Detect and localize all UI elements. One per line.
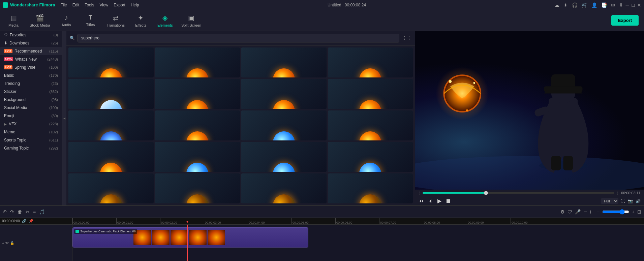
- progress-bar[interactable]: [423, 192, 615, 194]
- close-button[interactable]: ✕: [637, 2, 641, 8]
- shield-icon[interactable]: 🛡: [568, 209, 572, 215]
- grid-item[interactable]: ⬇ Superheroes Cinematic ...: [68, 173, 154, 203]
- fullscreen-icon[interactable]: ⛶: [621, 199, 625, 203]
- menu-view[interactable]: View: [99, 3, 108, 7]
- mail-icon[interactable]: ✉: [611, 2, 615, 8]
- maximize-button[interactable]: □: [632, 2, 635, 8]
- zoom-slider[interactable]: [602, 209, 629, 215]
- grid-item[interactable]: ⬇ Superheroes Cinematic ...: [68, 47, 154, 77]
- play-button[interactable]: ▶: [437, 198, 441, 204]
- sidebar-item-emoji[interactable]: Emoji (80): [0, 112, 62, 120]
- grid-item[interactable]: ⬇ Superheroes Cinematic ...: [328, 79, 413, 109]
- grid-item[interactable]: ⬇ Superheroes Cinematic ...: [241, 47, 327, 77]
- sidebar-item-sticker[interactable]: Sticker (362): [0, 88, 62, 96]
- tool-audio[interactable]: ♪ Audio: [58, 14, 74, 27]
- grid-item[interactable]: ⬇ Superheroes Cinematic ...: [241, 173, 327, 203]
- ripple-icon[interactable]: ⊢: [590, 209, 594, 215]
- undo-button[interactable]: ↶: [3, 209, 7, 215]
- cloud-icon[interactable]: ☁: [555, 2, 559, 8]
- sidebar-item-background[interactable]: Background (98): [0, 96, 62, 104]
- volume-icon[interactable]: 🔊: [636, 199, 641, 203]
- screenshot-icon[interactable]: 📷: [628, 199, 633, 203]
- track-add-icon[interactable]: +: [2, 241, 4, 245]
- sidebar-item-springvibe[interactable]: HOT Spring Vibe (100): [0, 63, 62, 71]
- stop-button[interactable]: ⏹: [446, 198, 451, 204]
- audio-tool-icon[interactable]: 🎵: [39, 209, 45, 215]
- sidebar-item-vfx[interactable]: ▶ VFX (228): [0, 120, 62, 128]
- headphone-icon[interactable]: 🎧: [572, 2, 578, 8]
- link-icon[interactable]: 🔗: [22, 219, 27, 223]
- ruler-mark: 00:00:08:00: [423, 218, 467, 224]
- cart-icon[interactable]: 🛒: [582, 2, 587, 8]
- sidebar-item-meme[interactable]: Meme (102): [0, 128, 62, 136]
- eye-icon[interactable]: 👁: [5, 241, 9, 245]
- sun-icon[interactable]: ☀: [563, 2, 568, 8]
- tool-media[interactable]: ▤ Media: [5, 14, 22, 27]
- minimize-button[interactable]: ─: [626, 2, 629, 8]
- grid-item[interactable]: ⬇ Superheroes Cinematic ...: [241, 110, 327, 140]
- grid-item[interactable]: ⬇ Superheroes Cinematic ...: [155, 47, 240, 77]
- zoom-select[interactable]: Full 50% 25%: [601, 198, 618, 204]
- grid-item[interactable]: ⬇ Superheroes Cinematic ...: [155, 79, 240, 109]
- zoom-out-icon[interactable]: −: [597, 209, 600, 215]
- sidebar-item-recommended[interactable]: HOT Recommended (115): [0, 47, 62, 55]
- progress-handle[interactable]: [484, 191, 488, 195]
- menu-file[interactable]: File: [60, 3, 67, 7]
- grid-item[interactable]: ⬇ Superheroes Cinematic ...: [328, 110, 413, 140]
- download-icon[interactable]: ⬇: [619, 2, 623, 8]
- user-icon[interactable]: 👤: [591, 2, 597, 8]
- tool-transitions[interactable]: ⇄ Transitions: [107, 14, 125, 27]
- sidebar-item-gamingtopic[interactable]: Gaming Topic (292): [0, 144, 62, 152]
- menu-tools[interactable]: Tools: [85, 3, 94, 7]
- export-button[interactable]: Export: [611, 15, 639, 26]
- menu-help[interactable]: Help: [131, 3, 139, 7]
- lock-icon[interactable]: 🔒: [10, 241, 14, 245]
- split-icon[interactable]: ⊣: [583, 209, 587, 215]
- grid-item[interactable]: ⬇ Superheroes Cinematic ...: [328, 142, 413, 172]
- tool-stock-media[interactable]: 🎬 Stock Media: [30, 14, 50, 27]
- grid-item[interactable]: ⬇ Superheroes Cinematic ...: [241, 79, 327, 109]
- record-icon[interactable]: 🎤: [575, 209, 581, 215]
- prev-frame-button[interactable]: ⏴: [428, 198, 433, 204]
- grid-item[interactable]: ⬇ Superheroes Cinematic ...: [155, 142, 240, 172]
- sidebar-item-favorites[interactable]: ♡ Favorites (0): [0, 31, 62, 39]
- settings-icon[interactable]: ⚙: [560, 209, 565, 215]
- sidebar-item-basic[interactable]: Basic (170): [0, 71, 62, 79]
- pin-icon[interactable]: 📌: [29, 219, 33, 223]
- adjust-button[interactable]: ≡: [33, 209, 36, 215]
- cut-button[interactable]: ✂: [26, 209, 30, 215]
- menu-export[interactable]: Export: [114, 3, 125, 7]
- sidebar-item-whatsnew[interactable]: NEW What's New (2448): [0, 55, 62, 63]
- timeline-clip[interactable]: Superheroes Cinematic Pack Element 06: [72, 227, 308, 248]
- skip-back-button[interactable]: ⏮: [419, 198, 424, 204]
- ruler-mark: 00:00:01:00: [116, 218, 160, 224]
- grid-item[interactable]: ⬇ Superheroes Cinematic ...: [68, 79, 154, 109]
- grid-item[interactable]: ⬇ Superheroes Cinematic ...: [68, 110, 154, 140]
- search-input[interactable]: [78, 34, 399, 42]
- grid-view-icon[interactable]: ⋮⋮: [402, 35, 411, 41]
- grid-item[interactable]: ⬇ Superheroes Cinematic ...: [328, 173, 413, 203]
- tool-effects[interactable]: ✦ Effects: [133, 14, 149, 27]
- sidebar-resize-handle[interactable]: ◀: [62, 31, 66, 205]
- fit-icon[interactable]: ⊡: [637, 209, 641, 215]
- delete-button[interactable]: 🗑: [18, 209, 22, 215]
- grid-item[interactable]: ⬇ Superheroes Cinematic ...: [68, 142, 154, 172]
- grid-item[interactable]: ⬇ Superheroes Cinematic ...: [155, 110, 240, 140]
- redo-button[interactable]: ↷: [10, 209, 14, 215]
- sidebar-item-sportstopic[interactable]: Sports Topic (611): [0, 136, 62, 144]
- tool-split-screen[interactable]: ▣ Split Screen: [181, 14, 201, 27]
- sidebar-item-socialmedia[interactable]: Social Media (100): [0, 104, 62, 112]
- content-area: 🔍 ⋮⋮ ⬇ Superheroes Cinematic ... ⬇ Super…: [66, 31, 415, 205]
- grid-item[interactable]: ⬇ Superheroes Cinematic ...: [241, 142, 327, 172]
- tool-titles[interactable]: T Titles: [83, 14, 99, 27]
- orb-visual: [273, 163, 295, 172]
- grid-item[interactable]: ⬇ Superheroes Cinematic ...: [328, 47, 413, 77]
- sidebar-item-downloads[interactable]: ⬇ Downloads (26): [0, 39, 62, 47]
- grid-item[interactable]: ⬇ Superheroes Cinematic ...: [155, 173, 240, 203]
- zoom-in-icon[interactable]: +: [632, 209, 635, 215]
- bookmark-icon[interactable]: 📑: [601, 2, 607, 8]
- sidebar-item-trending[interactable]: Trending (23): [0, 79, 62, 88]
- menu-edit[interactable]: Edit: [72, 3, 80, 7]
- playhead[interactable]: ▼: [187, 225, 188, 261]
- tool-elements[interactable]: ◈ Elements: [157, 14, 173, 27]
